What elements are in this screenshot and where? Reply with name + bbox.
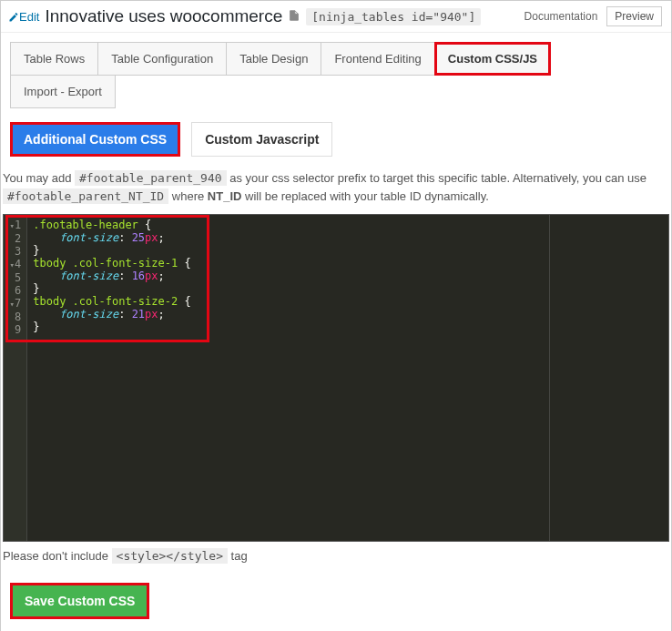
shortcode-icon	[288, 9, 300, 25]
style-tag-code: <style></style>	[112, 548, 228, 564]
tab-table-configuration[interactable]: Table Configuration	[97, 42, 227, 76]
edit-link[interactable]: Edit	[8, 10, 39, 24]
main-tabs: Table Rows Table Configuration Table Des…	[10, 42, 662, 75]
editor-separator	[549, 215, 550, 541]
editor-code[interactable]: .footable-header { font-size: 25px;}tbod…	[27, 215, 668, 541]
selector-code: #footable_parent_940	[75, 170, 227, 186]
subtab-custom-javascript[interactable]: Custom Javascript	[191, 122, 332, 157]
tab-table-design[interactable]: Table Design	[226, 42, 321, 76]
preview-button[interactable]: Preview	[606, 6, 662, 26]
shortcode-text[interactable]: [ninja_tables id="940"]	[306, 8, 481, 25]
subtab-additional-custom-css[interactable]: Additional Custom CSS	[10, 122, 180, 157]
save-custom-css-button[interactable]: Save Custom CSS	[10, 583, 149, 619]
pencil-icon	[8, 12, 19, 23]
documentation-link[interactable]: Documentation	[524, 10, 598, 23]
dynamic-selector-code: #footable_parent_NT_ID	[3, 188, 168, 204]
edit-label: Edit	[19, 10, 39, 24]
tab-table-rows[interactable]: Table Rows	[10, 42, 98, 76]
tab-frontend-editing[interactable]: Frontend Editing	[321, 42, 434, 76]
editor-gutter: ▾1 2 3▾4 5 6▾7 8 9	[4, 215, 27, 541]
page-title: Innovative uses woocommerce	[45, 6, 282, 26]
exclude-note: Please don't include <style></style> tag	[1, 542, 671, 566]
help-text: You may add #footable_parent_940 as your…	[1, 169, 671, 214]
tab-import-export[interactable]: Import - Export	[10, 75, 116, 108]
css-editor[interactable]: ▾1 2 3▾4 5 6▾7 8 9 .footable-header { fo…	[3, 214, 669, 542]
tab-custom-css-js[interactable]: Custom CSS/JS	[434, 42, 551, 76]
sub-tabs: Additional Custom CSS Custom Javascript	[1, 107, 671, 169]
